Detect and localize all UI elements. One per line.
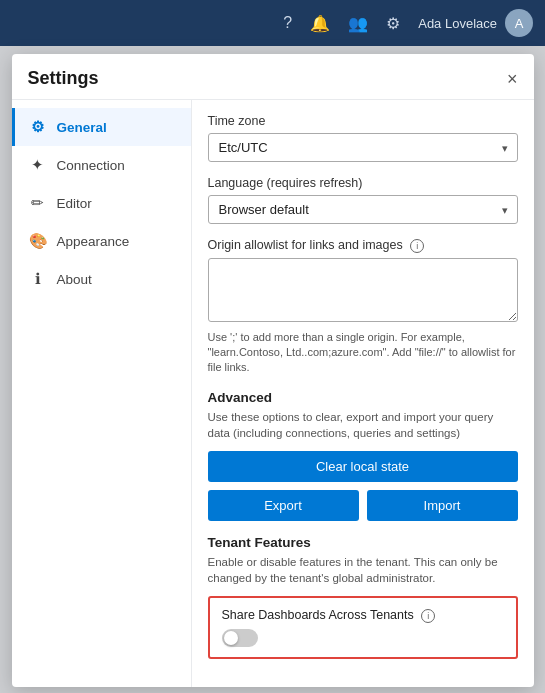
sidebar-item-connection[interactable]: ✦ Connection — [12, 146, 191, 184]
about-icon: ℹ — [29, 270, 47, 288]
allowlist-label: Origin allowlist for links and images i — [208, 238, 518, 253]
sidebar-label-editor: Editor — [57, 196, 92, 211]
sidebar: ⚙ General ✦ Connection ✏ Editor 🎨 Appear… — [12, 100, 192, 687]
share-dashboards-info-icon[interactable]: i — [421, 609, 435, 623]
language-select[interactable]: Browser default English French German Sp… — [208, 195, 518, 224]
share-dashboards-label: Share Dashboards Across Tenants i — [222, 608, 504, 623]
allowlist-hint: Use ';' to add more than a single origin… — [208, 330, 518, 376]
settings-icon[interactable]: ⚙ — [386, 14, 400, 33]
settings-modal: Settings × ⚙ General ✦ Connection ✏ Edit… — [12, 54, 534, 687]
user-menu[interactable]: Ada Lovelace A — [418, 9, 533, 37]
main-content: Time zone Etc/UTC America/New_York Ameri… — [192, 100, 534, 687]
advanced-desc: Use these options to clear, export and i… — [208, 409, 518, 441]
tenant-group: Tenant Features Enable or disable featur… — [208, 535, 518, 659]
allowlist-group: Origin allowlist for links and images i … — [208, 238, 518, 376]
people-icon[interactable]: 👥 — [348, 14, 368, 33]
modal-overlay: Settings × ⚙ General ✦ Connection ✏ Edit… — [0, 46, 545, 693]
export-import-row: Export Import — [208, 490, 518, 521]
avatar: A — [505, 9, 533, 37]
allowlist-info-icon[interactable]: i — [410, 239, 424, 253]
timezone-select-wrapper: Etc/UTC America/New_York America/Los_Ang… — [208, 133, 518, 162]
share-dashboards-toggle[interactable] — [222, 629, 258, 647]
topbar: ? 🔔 👥 ⚙ Ada Lovelace A — [0, 0, 545, 46]
sidebar-item-appearance[interactable]: 🎨 Appearance — [12, 222, 191, 260]
share-dashboards-toggle-wrapper — [222, 629, 504, 647]
language-label: Language (requires refresh) — [208, 176, 518, 190]
sidebar-item-editor[interactable]: ✏ Editor — [12, 184, 191, 222]
timezone-label: Time zone — [208, 114, 518, 128]
sidebar-label-appearance: Appearance — [57, 234, 130, 249]
sidebar-item-general[interactable]: ⚙ General — [12, 108, 191, 146]
clear-local-state-button[interactable]: Clear local state — [208, 451, 518, 482]
language-group: Language (requires refresh) Browser defa… — [208, 176, 518, 224]
sidebar-item-about[interactable]: ℹ About — [12, 260, 191, 298]
language-select-wrapper: Browser default English French German Sp… — [208, 195, 518, 224]
help-icon[interactable]: ? — [283, 14, 292, 32]
tenant-desc: Enable or disable features in the tenant… — [208, 554, 518, 586]
sidebar-label-general: General — [57, 120, 107, 135]
connection-icon: ✦ — [29, 156, 47, 174]
timezone-select[interactable]: Etc/UTC America/New_York America/Los_Ang… — [208, 133, 518, 162]
close-button[interactable]: × — [507, 70, 518, 88]
modal-header: Settings × — [12, 54, 534, 100]
sidebar-label-about: About — [57, 272, 92, 287]
import-button[interactable]: Import — [367, 490, 518, 521]
allowlist-textarea[interactable] — [208, 258, 518, 322]
timezone-group: Time zone Etc/UTC America/New_York Ameri… — [208, 114, 518, 162]
user-name: Ada Lovelace — [418, 16, 497, 31]
editor-icon: ✏ — [29, 194, 47, 212]
advanced-title: Advanced — [208, 390, 518, 405]
modal-title: Settings — [28, 68, 99, 89]
share-dashboards-box: Share Dashboards Across Tenants i — [208, 596, 518, 659]
tenant-title: Tenant Features — [208, 535, 518, 550]
toggle-knob — [224, 631, 238, 645]
sidebar-label-connection: Connection — [57, 158, 125, 173]
notifications-icon[interactable]: 🔔 — [310, 14, 330, 33]
general-icon: ⚙ — [29, 118, 47, 136]
modal-body: ⚙ General ✦ Connection ✏ Editor 🎨 Appear… — [12, 100, 534, 687]
appearance-icon: 🎨 — [29, 232, 47, 250]
advanced-group: Advanced Use these options to clear, exp… — [208, 390, 518, 521]
export-button[interactable]: Export — [208, 490, 359, 521]
